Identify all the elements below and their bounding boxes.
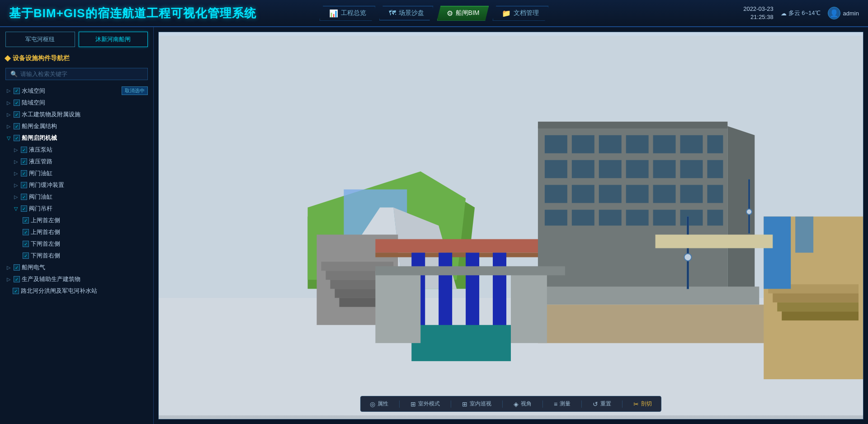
cut-button[interactable]: ✂ 剖切 bbox=[632, 399, 654, 409]
tree-item-8[interactable]: ▷ 闸门缓冲装置 bbox=[0, 179, 153, 191]
tree-label-4: 船闸启闭机械 bbox=[22, 134, 148, 142]
checkbox-5[interactable] bbox=[21, 147, 27, 153]
cancel-badge-0[interactable]: 取消选中 bbox=[122, 86, 148, 95]
cut-label: 剖切 bbox=[641, 400, 652, 408]
checkbox-10[interactable] bbox=[21, 205, 27, 212]
checkbox-7[interactable] bbox=[21, 170, 27, 176]
slider-thumb[interactable] bbox=[746, 209, 752, 215]
tree-item-0[interactable]: ▷ 水域空间 取消选中 bbox=[0, 85, 153, 97]
checkbox-6[interactable] bbox=[21, 158, 27, 165]
tree-item-16[interactable]: ▷ 生产及辅助生产建筑物 bbox=[0, 273, 153, 285]
checkbox-16[interactable] bbox=[14, 276, 20, 282]
reset-button[interactable]: ↺ 重置 bbox=[591, 399, 613, 409]
vertical-slider[interactable] bbox=[748, 179, 750, 233]
svg-rect-58 bbox=[764, 217, 791, 289]
cut-icon: ✂ bbox=[633, 400, 639, 408]
svg-point-61 bbox=[684, 253, 692, 261]
tab-document-mgmt[interactable]: 📁 文档管理 bbox=[492, 6, 548, 21]
svg-rect-45 bbox=[626, 210, 649, 226]
tree-item-15[interactable]: ▷ 船闸电气 bbox=[0, 262, 153, 273]
tree-item-2[interactable]: ▷ 水工建筑物及附属设施 bbox=[0, 109, 153, 120]
expand-icon-2: ▷ bbox=[5, 111, 12, 118]
divider-3 bbox=[502, 400, 503, 408]
indoor-icon: ⊞ bbox=[462, 400, 467, 408]
checkbox-9[interactable] bbox=[21, 194, 27, 200]
user-info[interactable]: 👤 admin bbox=[828, 7, 859, 19]
svg-rect-48 bbox=[707, 210, 723, 226]
main-layout: 军屯河枢纽 沐新河南船闸 设备设施构件导航栏 🔍 ▷ 水域空间 取消选中 bbox=[0, 27, 868, 424]
checkbox-12[interactable] bbox=[23, 229, 29, 235]
expand-icon-9: ▷ bbox=[13, 194, 19, 200]
tree-item-17[interactable]: 路北河分洪闸及军屯河补水站 bbox=[0, 285, 153, 297]
svg-rect-59 bbox=[795, 217, 813, 253]
tab-label: 文档管理 bbox=[514, 9, 539, 17]
outdoor-label: 室外模式 bbox=[418, 400, 440, 408]
time-text: 21:25:38 bbox=[743, 13, 774, 21]
checkbox-17[interactable] bbox=[13, 288, 19, 294]
outdoor-mode-button[interactable]: ⊞ 室外模式 bbox=[409, 399, 442, 409]
expand-icon-8: ▷ bbox=[13, 182, 19, 188]
3d-viewport[interactable]: ◎ 属性 ⊞ 室外模式 ⊞ 室内巡视 ◈ 视角 bbox=[158, 32, 863, 419]
viewpoint-button[interactable]: ◈ 视角 bbox=[512, 399, 533, 409]
svg-rect-37 bbox=[599, 185, 622, 203]
expand-icon-5: ▷ bbox=[13, 147, 19, 153]
tree-item-10[interactable]: ▽ 阀门吊杆 bbox=[0, 203, 153, 214]
svg-rect-21 bbox=[545, 135, 567, 153]
divider-1 bbox=[399, 400, 400, 408]
svg-rect-49 bbox=[538, 122, 727, 129]
tab-scene-sandbox[interactable]: 🗺 场景沙盘 bbox=[379, 6, 434, 20]
checkbox-1[interactable] bbox=[14, 100, 20, 106]
tree-item-6[interactable]: ▷ 液压管路 bbox=[0, 156, 153, 167]
tree-item-4[interactable]: ▽ 船闸启闭机械 bbox=[0, 132, 153, 144]
measure-button[interactable]: ≡ 测量 bbox=[552, 399, 572, 409]
checkbox-15[interactable] bbox=[14, 264, 20, 271]
svg-rect-30 bbox=[599, 160, 622, 178]
divider-2 bbox=[451, 400, 451, 408]
properties-button[interactable]: ◎ 属性 bbox=[368, 399, 390, 409]
tree-item-3[interactable]: ▷ 船闸金属结构 bbox=[0, 120, 153, 132]
measure-label: 测量 bbox=[560, 400, 571, 408]
tree-item-12[interactable]: 上闸首右侧 bbox=[0, 226, 153, 238]
checkbox-14[interactable] bbox=[23, 252, 29, 259]
divider-4 bbox=[542, 400, 543, 408]
search-input[interactable] bbox=[20, 71, 143, 77]
tab-label: 船闸BIM bbox=[456, 9, 480, 17]
svg-rect-19 bbox=[411, 325, 511, 361]
tree-item-14[interactable]: 下闸首右侧 bbox=[0, 250, 153, 262]
tree-label-13: 下闸首左侧 bbox=[31, 240, 148, 248]
tree-item-11[interactable]: 上闸首左侧 bbox=[0, 214, 153, 226]
viewpoint-icon: ◈ bbox=[514, 400, 519, 408]
tree-item-7[interactable]: ▷ 闸门油缸 bbox=[0, 167, 153, 179]
tree-label-1: 陆域空间 bbox=[22, 99, 148, 107]
tree-item-1[interactable]: ▷ 陆域空间 bbox=[0, 97, 153, 109]
checkbox-11[interactable] bbox=[23, 217, 29, 224]
weather-text: 多云 6~14℃ bbox=[788, 9, 821, 17]
checkbox-13[interactable] bbox=[23, 241, 29, 247]
expand-icon-16: ▷ bbox=[5, 276, 12, 282]
tree-item-9[interactable]: ▷ 阀门油缸 bbox=[0, 191, 153, 203]
checkbox-8[interactable] bbox=[21, 182, 27, 188]
tab-label: 场景沙盘 bbox=[399, 9, 424, 17]
checkbox-3[interactable] bbox=[14, 123, 20, 129]
checkbox-0[interactable] bbox=[14, 88, 20, 94]
tree-label-15: 船闸电气 bbox=[22, 263, 148, 272]
svg-rect-22 bbox=[572, 135, 594, 153]
svg-rect-29 bbox=[572, 160, 594, 178]
checkbox-4[interactable] bbox=[14, 135, 20, 141]
tree-item-5[interactable]: ▷ 液压泵站 bbox=[0, 144, 153, 156]
tab-sluice-bim[interactable]: ⚙ 船闸BIM bbox=[437, 6, 489, 21]
tab-engineering-overview[interactable]: 📊 工程总览 bbox=[320, 6, 376, 21]
tree-item-13[interactable]: 下闸首左侧 bbox=[0, 238, 153, 250]
sidebar-tab-juntun[interactable]: 军屯河枢纽 bbox=[5, 32, 75, 47]
sidebar: 军屯河枢纽 沐新河南船闸 设备设施构件导航栏 🔍 ▷ 水域空间 取消选中 bbox=[0, 27, 154, 424]
tree-label-8: 闸门缓冲装置 bbox=[29, 181, 148, 189]
sidebar-tab-muxin[interactable]: 沐新河南船闸 bbox=[79, 32, 148, 47]
search-icon: 🔍 bbox=[10, 71, 18, 77]
checkbox-2[interactable] bbox=[14, 111, 20, 118]
indoor-tour-button[interactable]: ⊞ 室内巡视 bbox=[460, 399, 493, 409]
expand-icon-15: ▷ bbox=[5, 264, 12, 271]
svg-rect-57 bbox=[782, 311, 859, 320]
map-icon: 🗺 bbox=[389, 9, 396, 17]
svg-rect-47 bbox=[680, 210, 703, 226]
reset-icon: ↺ bbox=[593, 400, 598, 408]
